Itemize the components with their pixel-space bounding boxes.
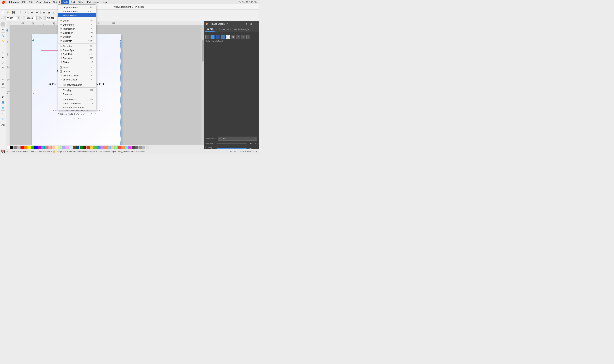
scrollbar-right[interactable] — [201, 25, 204, 151]
palette-color-magenta[interactable] — [128, 146, 132, 149]
palette-color-yellow[interactable] — [27, 146, 31, 149]
menu-split-path[interactable]: Split Path ⌥⇧K — [58, 52, 96, 56]
x-value[interactable]: 50.309 — [6, 16, 17, 20]
save-button[interactable]: 💾 — [11, 10, 16, 15]
spiro-button[interactable]: ❧ — [246, 35, 250, 39]
blur-slider-track[interactable] — [216, 143, 247, 144]
apple-menu[interactable]: 🍎 — [1, 0, 5, 4]
palette-color-lightblue[interactable] — [62, 146, 66, 149]
radial-gradient-button[interactable] — [221, 35, 225, 39]
menu-outset[interactable]: Outset ⌘) — [58, 69, 96, 74]
menu-dynamic-offset[interactable]: Dynamic Offset ⌘J — [58, 74, 96, 78]
new-button[interactable]: 📄 — [1, 10, 5, 15]
menu-break-apart[interactable]: Break Apart ⇧⌘K — [58, 48, 96, 52]
palette-color-lightpink[interactable] — [48, 146, 52, 149]
palette-color-skyblue[interactable] — [107, 146, 111, 149]
menu-simplify[interactable]: Simplify ⌘L — [58, 88, 96, 92]
blend-mode-select[interactable]: Normal Multiply Screen Overlay Darken Li… — [218, 137, 257, 141]
zoom-page-button[interactable]: ▣ — [47, 10, 51, 15]
y-inc-button[interactable]: + — [37, 16, 40, 20]
linear-gradient-button[interactable] — [216, 35, 220, 39]
menu-edit[interactable]: Edit — [28, 0, 35, 4]
measure-tool[interactable]: 📏 — [0, 39, 5, 43]
palette-color-purple[interactable] — [38, 146, 41, 149]
palette-color-black[interactable] — [10, 146, 13, 149]
palette-color-blue[interactable] — [34, 146, 38, 149]
circle-tool[interactable]: ○ — [0, 50, 5, 55]
heart-button[interactable]: ♥ — [241, 35, 245, 39]
menu-paste-path-effect[interactable]: Paste Path Effect & — [58, 102, 96, 105]
palette-color-cyan[interactable] — [41, 146, 45, 149]
menu-filters[interactable]: Filters — [77, 0, 86, 4]
menu-cut-path[interactable]: Cut Path ⌥⌘/ — [58, 39, 96, 43]
menu-layer[interactable]: Layer — [43, 0, 52, 4]
palette-color-light1[interactable] — [142, 146, 146, 149]
palette-color-tan[interactable] — [111, 146, 114, 149]
menu-fill-between-paths[interactable]: Fill between paths — [58, 83, 96, 87]
palette-color-orange[interactable] — [24, 146, 27, 149]
select-tool[interactable]: ↖ — [0, 22, 5, 26]
palette-color-light2[interactable] — [146, 146, 149, 149]
menu-stroke-to-path[interactable]: Stroke to Path ⌘⌥C — [58, 9, 96, 13]
gradient-tool[interactable]: ◧ — [0, 95, 5, 99]
scroll-thumb-vertical[interactable] — [202, 40, 204, 62]
zoom-down-arrow[interactable]: ▼ — [255, 150, 257, 153]
menu-trace-bitmap[interactable]: Trace Bitmap... ⌥⇧B — [58, 13, 96, 17]
menu-difference[interactable]: Difference ⌘- — [58, 23, 96, 27]
panel-grid-icon[interactable]: ⊞ — [249, 22, 253, 26]
undo-button[interactable]: ↩ — [30, 10, 34, 15]
spiral-tool[interactable]: @ — [0, 65, 5, 70]
import-button[interactable]: ⬇ — [18, 10, 23, 15]
paint-bucket-tool[interactable]: 🪣 — [0, 100, 5, 104]
palette-color-dark2[interactable] — [135, 146, 138, 149]
palette-color-cornflower[interactable] — [97, 146, 100, 149]
menu-path[interactable]: Path — [61, 0, 69, 4]
menu-object[interactable]: Object — [52, 0, 61, 4]
palette-color-lightcyan[interactable] — [69, 146, 72, 149]
menu-division[interactable]: Division ⌘/ — [58, 35, 96, 39]
swatch-button[interactable] — [231, 35, 235, 39]
menu-union[interactable]: Union ⌘+ — [58, 19, 96, 23]
palette-color-lightyellow[interactable] — [55, 146, 58, 149]
palette-color-brown[interactable] — [73, 146, 76, 149]
palette-color-gold[interactable] — [90, 146, 93, 149]
fill-stroke-boxes[interactable] — [1, 150, 5, 153]
w-value[interactable]: 243.417 — [46, 16, 57, 20]
palette-color-gray[interactable] — [13, 146, 17, 149]
eraser-tool[interactable]: ⌫ — [0, 123, 5, 128]
rect-tool[interactable]: ▭ — [0, 45, 5, 50]
canvas-area[interactable]: -100 -50 0 50 100 150 200 250 — [6, 21, 204, 154]
menu-extensions[interactable]: Extensions — [86, 0, 100, 4]
canvas-content[interactable]: Be Strong and Courageous DO NOT BE AFRAI… — [10, 25, 201, 151]
menu-text[interactable]: Text — [69, 0, 77, 4]
w-dec-button[interactable]: − — [43, 16, 46, 20]
zoom-up-arrow[interactable]: ▲ — [253, 150, 255, 153]
x-inc-button[interactable]: + — [17, 16, 20, 20]
palette-color-lime[interactable] — [93, 146, 97, 149]
palette-color-silver[interactable] — [17, 146, 20, 149]
panel-close-icon[interactable]: ✕ — [226, 23, 228, 25]
connector-tool[interactable]: ⤷ — [0, 111, 5, 116]
pencil-tool[interactable]: ✏ — [0, 77, 5, 81]
menu-exclusion[interactable]: Exclusion ⌘^ — [58, 31, 96, 35]
text-tool[interactable]: T — [0, 88, 5, 93]
zoom-fit-button[interactable]: ⊞ — [41, 10, 46, 15]
palette-color-medium[interactable] — [139, 146, 142, 149]
redo-button[interactable]: ↪ — [35, 10, 40, 15]
tab-fill[interactable]: ▣ Fill — [205, 27, 214, 32]
palette-color-dark1[interactable] — [132, 146, 135, 149]
panel-list-icon[interactable]: ≡ — [245, 22, 248, 26]
menu-fracture[interactable]: Fracture ⌃⌘F — [58, 56, 96, 60]
palette-color-green[interactable] — [31, 146, 34, 149]
palette-color-lightgreen[interactable] — [59, 146, 62, 149]
menu-help[interactable]: Help — [100, 0, 108, 4]
no-paint-button[interactable]: ✕ — [205, 35, 209, 39]
palette-color-carrot[interactable] — [121, 146, 125, 149]
menu-path-effects[interactable]: Path Effects... ⌘& — [58, 97, 96, 102]
tab-stroke-paint[interactable]: ◻ Stroke paint — [214, 27, 232, 31]
unknown-paint-button[interactable]: ? — [236, 35, 240, 39]
calligraphy-tool[interactable]: ⌘ — [0, 82, 5, 87]
palette-color-rust[interactable] — [87, 146, 90, 149]
palette-color-lavender[interactable] — [66, 146, 69, 149]
pen-tool[interactable]: ✒ — [0, 72, 5, 77]
